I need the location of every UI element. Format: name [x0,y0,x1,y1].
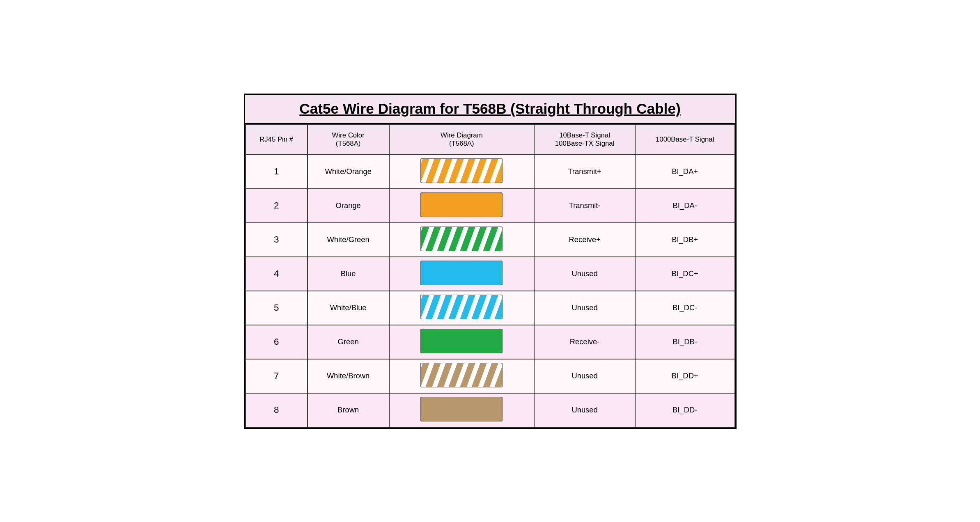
header-pin: RJ45 Pin # [246,124,308,155]
cell-diagram [389,393,535,427]
wire-diagram-visual [420,261,503,285]
svg-rect-14 [420,363,503,387]
wire-diagram-visual [420,192,503,217]
cell-signal-10-100: Receive- [534,325,635,359]
wire-diagram-visual [420,329,503,353]
table-row: 3 White/Green Receive+ BI_DB+ [246,223,735,257]
table-row: 2 Orange Transmit- BI_DA- [246,189,735,223]
header-signal-1000: 1000Base-T Signal [635,124,735,155]
cell-signal-1000: BI_DB- [635,325,735,359]
cell-signal-10-100: Unused [534,393,635,427]
cell-signal-1000: BI_DB+ [635,223,735,257]
cell-pin: 7 [246,359,308,393]
cell-color: White/Green [308,223,389,257]
cell-signal-1000: BI_DA- [635,189,735,223]
table-row: 1 White/Orange Transmit+ BI_DA+ [246,155,735,189]
table-row: 8 Brown Unused BI_DD- [246,393,735,427]
wire-diagram-visual [420,158,503,183]
table-row: 7 White/Brown Unused BI_DD+ [246,359,735,393]
cell-color: Green [308,325,389,359]
page-title: Cat5e Wire Diagram for T568B (Straight T… [245,95,735,124]
wire-diagram-table: RJ45 Pin # Wire Color(T568A) Wire Diagra… [245,124,735,428]
table-header-row: RJ45 Pin # Wire Color(T568A) Wire Diagra… [246,124,735,155]
table-row: 6 Green Receive- BI_DB- [246,325,735,359]
cell-diagram [389,359,535,393]
header-signal-10-100: 10Base-T Signal100Base-TX Signal [534,124,635,155]
cell-pin: 1 [246,155,308,189]
cell-signal-1000: BI_DC- [635,291,735,325]
cell-signal-10-100: Unused [534,359,635,393]
cell-pin: 2 [246,189,308,223]
svg-rect-11 [420,329,503,353]
cell-signal-1000: BI_DD+ [635,359,735,393]
cell-pin: 8 [246,393,308,427]
cell-diagram [389,189,535,223]
header-color: Wire Color(T568A) [308,124,389,155]
cell-signal-1000: BI_DD- [635,393,735,427]
svg-rect-6 [420,227,503,251]
cell-diagram [389,291,535,325]
cell-signal-10-100: Transmit- [534,189,635,223]
svg-rect-15 [420,397,503,421]
table-row: 5 White/Blue Unused BI_DC- [246,291,735,325]
svg-rect-10 [420,295,503,319]
table-row: 4 Blue Unused BI_DC+ [246,257,735,291]
wire-diagram-visual [420,397,503,421]
cell-pin: 4 [246,257,308,291]
cell-pin: 5 [246,291,308,325]
wire-diagram-visual [420,295,503,319]
svg-rect-2 [420,158,503,183]
cell-color: Orange [308,189,389,223]
header-diagram: Wire Diagram(T568A) [389,124,535,155]
cell-diagram [389,257,535,291]
wire-diagram-visual [420,227,503,251]
cell-color: Blue [308,257,389,291]
svg-rect-3 [420,192,503,217]
cell-signal-10-100: Transmit+ [534,155,635,189]
main-container: Cat5e Wire Diagram for T568B (Straight T… [244,94,737,429]
cell-pin: 6 [246,325,308,359]
cell-pin: 3 [246,223,308,257]
cell-color: White/Blue [308,291,389,325]
cell-signal-10-100: Unused [534,257,635,291]
cell-signal-10-100: Receive+ [534,223,635,257]
svg-rect-7 [420,261,503,285]
wire-diagram-visual [420,363,503,387]
cell-color: Brown [308,393,389,427]
cell-signal-1000: BI_DA+ [635,155,735,189]
cell-color: White/Orange [308,155,389,189]
cell-diagram [389,223,535,257]
cell-color: White/Brown [308,359,389,393]
cell-signal-1000: BI_DC+ [635,257,735,291]
cell-signal-10-100: Unused [534,291,635,325]
cell-diagram [389,325,535,359]
cell-diagram [389,155,535,189]
